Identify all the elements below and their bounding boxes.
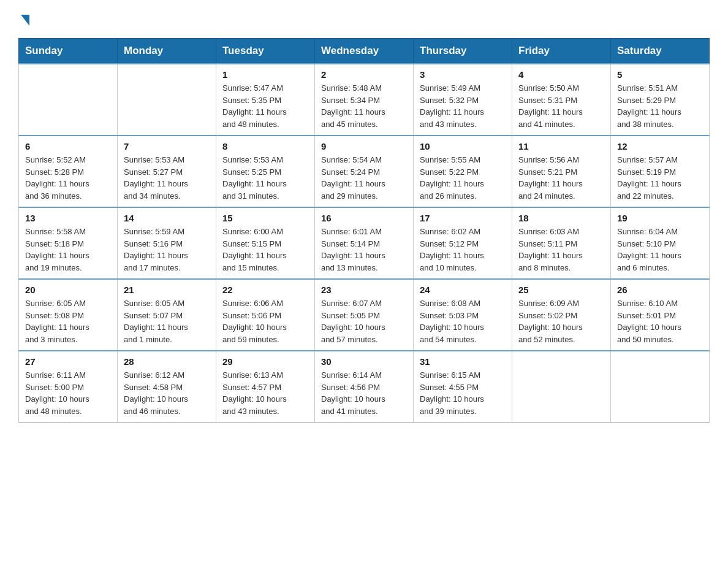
page-header	[18, 12, 710, 26]
day-info: Sunrise: 5:54 AM Sunset: 5:24 PM Dayligh…	[321, 154, 407, 202]
calendar-cell: 24Sunrise: 6:08 AM Sunset: 5:03 PM Dayli…	[414, 279, 512, 351]
calendar-cell: 17Sunrise: 6:02 AM Sunset: 5:12 PM Dayli…	[414, 207, 512, 279]
calendar-cell: 12Sunrise: 5:57 AM Sunset: 5:19 PM Dayli…	[611, 136, 710, 207]
day-number: 21	[124, 285, 210, 295]
logo	[18, 12, 29, 26]
calendar-cell: 21Sunrise: 6:05 AM Sunset: 5:07 PM Dayli…	[118, 279, 216, 351]
week-row-1: 1Sunrise: 5:47 AM Sunset: 5:35 PM Daylig…	[19, 64, 710, 136]
day-number: 5	[617, 69, 703, 80]
week-row-4: 20Sunrise: 6:05 AM Sunset: 5:08 PM Dayli…	[19, 279, 710, 351]
day-number: 8	[222, 141, 308, 151]
calendar-cell: 16Sunrise: 6:01 AM Sunset: 5:14 PM Dayli…	[315, 207, 414, 279]
header-sunday: Sunday	[19, 39, 118, 64]
day-info: Sunrise: 6:14 AM Sunset: 4:56 PM Dayligh…	[321, 369, 407, 417]
day-info: Sunrise: 5:55 AM Sunset: 5:22 PM Dayligh…	[420, 154, 506, 202]
day-number: 23	[321, 285, 407, 295]
header-wednesday: Wednesday	[315, 39, 414, 64]
header-monday: Monday	[118, 39, 216, 64]
calendar-cell: 14Sunrise: 5:59 AM Sunset: 5:16 PM Dayli…	[118, 207, 216, 279]
day-info: Sunrise: 6:05 AM Sunset: 5:08 PM Dayligh…	[25, 297, 111, 345]
header-thursday: Thursday	[414, 39, 512, 64]
calendar-cell: 18Sunrise: 6:03 AM Sunset: 5:11 PM Dayli…	[512, 207, 611, 279]
calendar-cell: 1Sunrise: 5:47 AM Sunset: 5:35 PM Daylig…	[216, 64, 315, 136]
calendar-cell: 13Sunrise: 5:58 AM Sunset: 5:18 PM Dayli…	[19, 207, 118, 279]
day-info: Sunrise: 5:47 AM Sunset: 5:35 PM Dayligh…	[222, 82, 308, 130]
week-row-3: 13Sunrise: 5:58 AM Sunset: 5:18 PM Dayli…	[19, 207, 710, 279]
day-number: 11	[518, 141, 604, 151]
day-number: 16	[321, 213, 407, 223]
day-info: Sunrise: 6:09 AM Sunset: 5:02 PM Dayligh…	[518, 297, 604, 345]
calendar-cell: 10Sunrise: 5:55 AM Sunset: 5:22 PM Dayli…	[414, 136, 512, 207]
calendar-cell: 22Sunrise: 6:06 AM Sunset: 5:06 PM Dayli…	[216, 279, 315, 351]
day-info: Sunrise: 5:53 AM Sunset: 5:27 PM Dayligh…	[124, 154, 210, 202]
calendar-cell	[19, 64, 118, 136]
day-info: Sunrise: 5:48 AM Sunset: 5:34 PM Dayligh…	[321, 82, 407, 130]
calendar-cell: 27Sunrise: 6:11 AM Sunset: 5:00 PM Dayli…	[19, 351, 118, 423]
calendar-table: SundayMondayTuesdayWednesdayThursdayFrid…	[18, 38, 710, 423]
day-info: Sunrise: 5:59 AM Sunset: 5:16 PM Dayligh…	[124, 226, 210, 274]
day-info: Sunrise: 6:06 AM Sunset: 5:06 PM Dayligh…	[222, 297, 308, 345]
day-number: 31	[420, 356, 506, 367]
calendar-header-row: SundayMondayTuesdayWednesdayThursdayFrid…	[19, 39, 710, 64]
calendar-cell: 2Sunrise: 5:48 AM Sunset: 5:34 PM Daylig…	[315, 64, 414, 136]
day-number: 14	[124, 213, 210, 223]
week-row-2: 6Sunrise: 5:52 AM Sunset: 5:28 PM Daylig…	[19, 136, 710, 207]
calendar-cell	[611, 351, 710, 423]
day-number: 30	[321, 356, 407, 367]
day-info: Sunrise: 5:56 AM Sunset: 5:21 PM Dayligh…	[518, 154, 604, 202]
calendar-cell: 5Sunrise: 5:51 AM Sunset: 5:29 PM Daylig…	[611, 64, 710, 136]
day-number: 10	[420, 141, 506, 151]
day-info: Sunrise: 6:02 AM Sunset: 5:12 PM Dayligh…	[420, 226, 506, 274]
day-info: Sunrise: 6:04 AM Sunset: 5:10 PM Dayligh…	[617, 226, 703, 274]
day-number: 9	[321, 141, 407, 151]
day-number: 3	[420, 69, 506, 80]
day-info: Sunrise: 5:49 AM Sunset: 5:32 PM Dayligh…	[420, 82, 506, 130]
calendar-cell: 30Sunrise: 6:14 AM Sunset: 4:56 PM Dayli…	[315, 351, 414, 423]
day-info: Sunrise: 6:08 AM Sunset: 5:03 PM Dayligh…	[420, 297, 506, 345]
day-info: Sunrise: 6:10 AM Sunset: 5:01 PM Dayligh…	[617, 297, 703, 345]
calendar-cell: 11Sunrise: 5:56 AM Sunset: 5:21 PM Dayli…	[512, 136, 611, 207]
calendar-cell: 3Sunrise: 5:49 AM Sunset: 5:32 PM Daylig…	[414, 64, 512, 136]
day-info: Sunrise: 6:07 AM Sunset: 5:05 PM Dayligh…	[321, 297, 407, 345]
day-number: 20	[25, 285, 111, 295]
day-number: 29	[222, 356, 308, 367]
day-number: 4	[518, 69, 604, 80]
calendar-cell: 9Sunrise: 5:54 AM Sunset: 5:24 PM Daylig…	[315, 136, 414, 207]
day-info: Sunrise: 5:58 AM Sunset: 5:18 PM Dayligh…	[25, 226, 111, 274]
day-number: 17	[420, 213, 506, 223]
day-number: 12	[617, 141, 703, 151]
day-number: 19	[617, 213, 703, 223]
calendar-cell: 31Sunrise: 6:15 AM Sunset: 4:55 PM Dayli…	[414, 351, 512, 423]
day-info: Sunrise: 6:03 AM Sunset: 5:11 PM Dayligh…	[518, 226, 604, 274]
day-info: Sunrise: 6:00 AM Sunset: 5:15 PM Dayligh…	[222, 226, 308, 274]
day-info: Sunrise: 5:51 AM Sunset: 5:29 PM Dayligh…	[617, 82, 703, 130]
day-info: Sunrise: 6:11 AM Sunset: 5:00 PM Dayligh…	[25, 369, 111, 417]
day-number: 26	[617, 285, 703, 295]
day-number: 22	[222, 285, 308, 295]
calendar-cell: 23Sunrise: 6:07 AM Sunset: 5:05 PM Dayli…	[315, 279, 414, 351]
day-number: 24	[420, 285, 506, 295]
calendar-cell	[512, 351, 611, 423]
calendar-cell	[118, 64, 216, 136]
day-info: Sunrise: 6:13 AM Sunset: 4:57 PM Dayligh…	[222, 369, 308, 417]
day-number: 28	[124, 356, 210, 367]
header-saturday: Saturday	[611, 39, 710, 64]
calendar-cell: 19Sunrise: 6:04 AM Sunset: 5:10 PM Dayli…	[611, 207, 710, 279]
week-row-5: 27Sunrise: 6:11 AM Sunset: 5:00 PM Dayli…	[19, 351, 710, 423]
day-number: 7	[124, 141, 210, 151]
calendar-cell: 6Sunrise: 5:52 AM Sunset: 5:28 PM Daylig…	[19, 136, 118, 207]
day-info: Sunrise: 5:52 AM Sunset: 5:28 PM Dayligh…	[25, 154, 111, 202]
logo-arrow-icon	[21, 15, 29, 26]
day-number: 25	[518, 285, 604, 295]
day-info: Sunrise: 5:57 AM Sunset: 5:19 PM Dayligh…	[617, 154, 703, 202]
day-number: 2	[321, 69, 407, 80]
day-info: Sunrise: 6:01 AM Sunset: 5:14 PM Dayligh…	[321, 226, 407, 274]
day-number: 15	[222, 213, 308, 223]
day-info: Sunrise: 6:12 AM Sunset: 4:58 PM Dayligh…	[124, 369, 210, 417]
day-info: Sunrise: 6:15 AM Sunset: 4:55 PM Dayligh…	[420, 369, 506, 417]
calendar-cell: 25Sunrise: 6:09 AM Sunset: 5:02 PM Dayli…	[512, 279, 611, 351]
header-tuesday: Tuesday	[216, 39, 315, 64]
day-info: Sunrise: 6:05 AM Sunset: 5:07 PM Dayligh…	[124, 297, 210, 345]
day-info: Sunrise: 5:50 AM Sunset: 5:31 PM Dayligh…	[518, 82, 604, 130]
calendar-cell: 7Sunrise: 5:53 AM Sunset: 5:27 PM Daylig…	[118, 136, 216, 207]
